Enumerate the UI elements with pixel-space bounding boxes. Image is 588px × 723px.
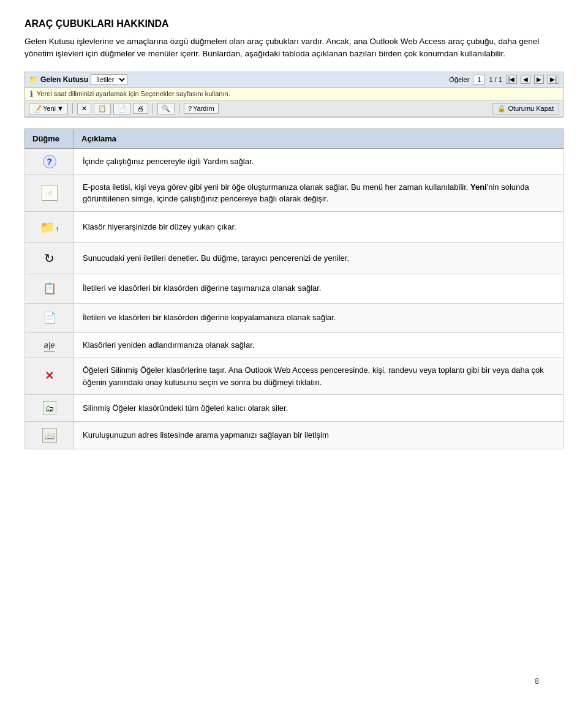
move-icon: 📋: [43, 282, 56, 294]
new-icon: 📝: [33, 105, 42, 113]
intro-paragraph: Gelen Kutusu işlevlerine ve amaçlarına ö…: [24, 36, 564, 61]
toolbar-title-left: 📁 Gelen Kutusu İletiler: [29, 74, 127, 85]
divider-2: [153, 103, 153, 114]
icon-cell: ↻: [25, 242, 74, 274]
move-toolbar-icon: 📋: [98, 105, 107, 113]
folder-icon: 📁: [29, 75, 38, 84]
table-header-row: Düğme Açıklama: [25, 129, 564, 148]
total-pages: 1 / 1: [489, 76, 502, 83]
page-number: 8: [535, 677, 539, 686]
new-button-label: Yeni: [43, 105, 56, 112]
prev-page-button[interactable]: ◀: [521, 75, 530, 84]
search-toolbar-button[interactable]: 🔍: [157, 103, 175, 114]
divider-1: [72, 103, 73, 114]
info-bar: ℹ Yerel saat diliminizi ayarlamak için S…: [25, 88, 563, 101]
print-toolbar-button[interactable]: 🖨: [133, 103, 148, 114]
content-table: Düğme Açıklama ?İçinde çalıştığınız penc…: [24, 129, 564, 449]
description-cell: İçinde çalıştığınız pencereyle ilgili Ya…: [74, 148, 564, 174]
divider-3: [179, 103, 179, 114]
last-page-button[interactable]: ▶|: [548, 75, 559, 84]
help-icon: ?: [43, 155, 56, 168]
col-header-description: Açıklama: [74, 129, 564, 148]
table-row: 📋İletileri ve klasörleri bir klasörden d…: [25, 274, 564, 303]
copy-toolbar-button[interactable]: 📄: [113, 103, 130, 114]
logout-button[interactable]: 🔒 Oturumu Kapat: [492, 103, 559, 114]
table-row: 📖Kuruluşunuzun adres listesinde arama ya…: [25, 421, 564, 449]
icon-cell: 📋: [25, 274, 74, 303]
first-page-button[interactable]: |◀: [506, 75, 518, 84]
next-page-button[interactable]: ▶: [534, 75, 544, 84]
new-button[interactable]: 📝 Yeni ▼: [29, 103, 68, 114]
icon-cell: a|e: [25, 332, 74, 358]
help-toolbar-button[interactable]: ? Yardım: [184, 103, 219, 114]
description-cell: İletileri ve klasörleri bir klasörden di…: [74, 303, 564, 332]
icon-cell: 🗂: [25, 395, 74, 422]
delete-toolbar-button[interactable]: ✕: [77, 103, 91, 114]
icon-cell: ?: [25, 148, 74, 174]
move-toolbar-button[interactable]: 📋: [94, 103, 111, 114]
action-bar: 📝 Yeni ▼ ✕ 📋 📄 🖨 �: [25, 101, 563, 117]
description-cell: Kuruluşunuzun adres listesinde arama yap…: [74, 421, 564, 449]
table-row: ↻Sunucudaki yeni iletileri denetler. Bu …: [25, 242, 564, 274]
description-cell: E-posta iletisi, kişi veya görev gibi ye…: [74, 174, 564, 211]
description-cell: Klasör hiyerarşinizde bir düzey yukarı ç…: [74, 211, 564, 242]
search-toolbar-icon: 🔍: [162, 105, 170, 113]
delete-icon: ✕: [45, 368, 54, 384]
new-item-icon: 📄: [42, 185, 58, 201]
description-cell: İletileri ve klasörleri bir klasörden di…: [74, 274, 564, 303]
table-row: 📁↑Klasör hiyerarşinizde bir düzey yukarı…: [25, 211, 564, 242]
rename-icon: a|e: [44, 339, 55, 352]
new-dropdown-arrow: ▼: [57, 105, 64, 112]
folder-up-icon: 📁↑: [40, 220, 59, 234]
info-message: Yerel saat diliminizi ayarlamak için Seç…: [37, 90, 230, 97]
description-cell: Öğeleri Silinmiş Öğeler klasörlerine taş…: [74, 358, 564, 395]
page-title: ARAÇ ÇUBUKLARI HAKKINDA: [24, 18, 564, 29]
col-header-button: Düğme: [25, 129, 74, 148]
address-book-icon: 📖: [42, 428, 57, 443]
folder-name: Gelen Kutusu: [40, 75, 88, 84]
copy-icon: 📄: [43, 312, 56, 324]
icon-cell: 📄: [25, 174, 74, 211]
icon-cell: 📖: [25, 421, 74, 449]
refresh-icon: ↻: [44, 252, 55, 265]
toolbar-titlebar: 📁 Gelen Kutusu İletiler Öğeler 1 1 / 1 |…: [25, 72, 563, 88]
description-cell: Silinmiş Öğeler klasöründeki tüm öğeleri…: [74, 395, 564, 422]
print-toolbar-icon: 🖨: [137, 105, 144, 112]
logout-icon: 🔒: [497, 105, 506, 112]
help-toolbar-label: Yardım: [193, 105, 214, 112]
table-row: 📄E-posta iletisi, kişi veya görev gibi y…: [25, 174, 564, 211]
table-row: ✕Öğeleri Silinmiş Öğeler klasörlerine ta…: [25, 358, 564, 395]
description-cell: Sunucudaki yeni iletileri denetler. Bu d…: [74, 242, 564, 274]
items-label: Öğeler: [449, 76, 469, 83]
icon-cell: 📁↑: [25, 211, 74, 242]
table-row: 🗂Silinmiş Öğeler klasöründeki tüm öğeler…: [25, 395, 564, 422]
table-row: ?İçinde çalıştığınız pencereyle ilgili Y…: [25, 148, 564, 174]
delete-toolbar-icon: ✕: [81, 105, 87, 113]
folder-dropdown[interactable]: İletiler: [91, 74, 127, 85]
description-cell: Klasörleri yeniden adlandırmanıza olanak…: [74, 332, 564, 358]
icon-cell: 📄: [25, 303, 74, 332]
info-icon: ℹ: [30, 89, 33, 99]
action-bar-left: 📝 Yeni ▼ ✕ 📋 📄 🖨 �: [29, 103, 219, 114]
logout-label: Oturumu Kapat: [508, 105, 554, 112]
help-toolbar-icon: ?: [188, 105, 192, 112]
current-page: 1: [473, 75, 485, 84]
toolbar-container: 📁 Gelen Kutusu İletiler Öğeler 1 1 / 1 |…: [24, 72, 564, 118]
table-row: a|eKlasörleri yeniden adlandırmanıza ola…: [25, 332, 564, 358]
copy-toolbar-icon: 📄: [118, 105, 126, 113]
toolbar-title-right: Öğeler 1 1 / 1 |◀ ◀ ▶ ▶|: [449, 75, 559, 84]
icon-cell: ✕: [25, 358, 74, 395]
table-row: 📄İletileri ve klasörleri bir klasörden d…: [25, 303, 564, 332]
delete-perm-icon: 🗂: [43, 401, 56, 414]
